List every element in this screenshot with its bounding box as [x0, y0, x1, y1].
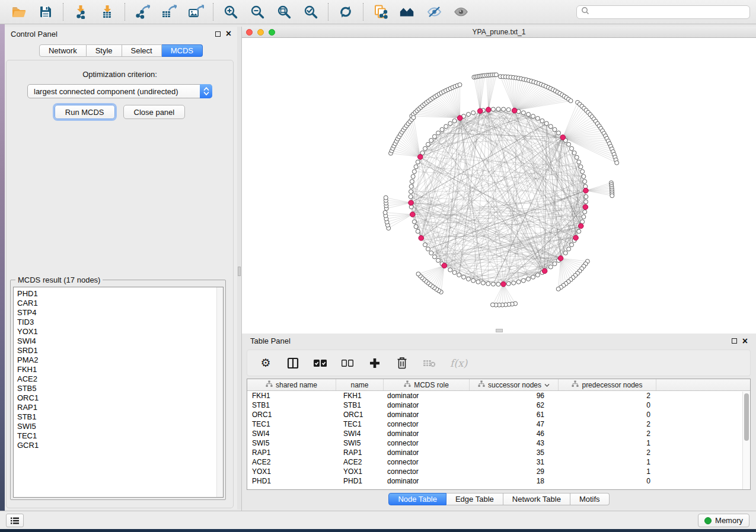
table-settings-gear-icon[interactable]: ⚙: [259, 356, 272, 370]
horizontal-splitter-grip[interactable]: [496, 329, 503, 332]
mcds-result-item[interactable]: SWI5: [17, 422, 223, 431]
memory-button[interactable]: Memory: [698, 514, 749, 527]
column-label: shared name: [276, 381, 317, 389]
mcds-result-item[interactable]: PHD1: [17, 289, 223, 299]
search-box[interactable]: [576, 5, 750, 19]
new-network-from-selection-icon[interactable]: [372, 4, 389, 20]
table-row[interactable]: SWI5SWI5connector431: [247, 438, 750, 448]
cell: 31: [470, 457, 559, 467]
table-row[interactable]: FKH1FKH1dominator962: [247, 391, 750, 400]
mcds-result-item[interactable]: CAR1: [17, 299, 223, 308]
cell: 2: [559, 448, 656, 457]
memory-button-label: Memory: [715, 516, 743, 525]
cell: 2: [559, 419, 656, 429]
network-canvas[interactable]: [242, 39, 756, 334]
import-network-icon[interactable]: [72, 4, 89, 20]
mcds-result-item[interactable]: STB1: [17, 412, 223, 422]
delete-column-icon[interactable]: [395, 356, 409, 370]
open-file-icon[interactable]: [11, 4, 27, 20]
column-header-successor-nodes[interactable]: successor nodes: [470, 379, 559, 390]
first-neighbors-icon[interactable]: [399, 4, 416, 20]
save-icon[interactable]: [37, 4, 54, 20]
cell: ORC1: [336, 410, 384, 419]
table-row[interactable]: ORC1ORC1dominator610: [247, 410, 750, 419]
zoom-out-icon[interactable]: [249, 4, 266, 20]
zoom-in-icon[interactable]: [222, 4, 239, 20]
tab-select[interactable]: Select: [122, 44, 162, 57]
tab-mcds[interactable]: MCDS: [162, 44, 203, 57]
close-table-panel-icon[interactable]: ×: [742, 338, 748, 344]
add-column-icon[interactable]: [368, 356, 381, 370]
close-panel-button[interactable]: Close panel: [123, 105, 186, 119]
tab-network[interactable]: Network: [39, 44, 87, 57]
window-minimize-icon[interactable]: [257, 29, 264, 36]
cell: SWI4: [336, 429, 384, 438]
tab-edge-table[interactable]: Edge Table: [446, 493, 503, 505]
toggle-columns-icon[interactable]: [286, 356, 299, 370]
panel-splitter[interactable]: [237, 27, 241, 509]
mcds-result-item[interactable]: SRD1: [17, 346, 223, 355]
mcds-result-item[interactable]: TEC1: [17, 431, 223, 441]
show-all-icon[interactable]: [452, 4, 469, 20]
tab-style[interactable]: Style: [87, 44, 122, 57]
mcds-result-item[interactable]: STB5: [17, 384, 223, 393]
cell: 61: [470, 410, 559, 419]
column-header-shared-name[interactable]: shared name: [247, 379, 336, 390]
cell: ACE2: [336, 457, 384, 467]
mcds-result-item[interactable]: GCR1: [17, 441, 223, 450]
mcds-result-item[interactable]: ORC1: [17, 393, 223, 403]
network-window-titlebar[interactable]: YPA_prune.txt_1: [242, 27, 756, 38]
tab-network-table[interactable]: Network Table: [503, 493, 570, 505]
mcds-result-item[interactable]: TID3: [17, 318, 223, 327]
table-scrollbar-thumb[interactable]: [744, 393, 749, 441]
optimization-criterion-label: Optimization criterion:: [7, 70, 233, 79]
mcds-result-item[interactable]: STP4: [17, 308, 223, 318]
export-image-icon[interactable]: [187, 4, 204, 20]
tab-motifs[interactable]: Motifs: [570, 493, 610, 505]
cell: 43: [470, 438, 559, 448]
search-input[interactable]: [592, 8, 745, 16]
table-row[interactable]: YOX1YOX1connector291: [247, 467, 750, 476]
optimization-criterion-dropdown[interactable]: largest connected component (undirected): [27, 84, 212, 98]
cell: TEC1: [336, 419, 384, 429]
import-table-icon[interactable]: [99, 4, 116, 20]
mcds-result-list[interactable]: PHD1CAR1STP4TID3YOX1SWI4SRD1PMA2FKH1ACE2…: [13, 287, 224, 498]
table-scrollbar[interactable]: [742, 392, 750, 489]
hide-selected-icon[interactable]: [426, 4, 442, 20]
table-row[interactable]: STB1STB1dominator620: [247, 400, 750, 410]
mcds-result-item[interactable]: PMA2: [17, 355, 223, 365]
export-network-icon[interactable]: [134, 4, 151, 20]
column-header-name[interactable]: name: [336, 379, 384, 390]
mcds-result-item[interactable]: FKH1: [17, 365, 223, 374]
mcds-result-item[interactable]: RAP1: [17, 403, 223, 412]
float-panel-icon[interactable]: [215, 31, 221, 37]
mcds-list-scrollbar[interactable]: [216, 287, 223, 497]
table-row[interactable]: TEC1TEC1connector472: [247, 419, 750, 429]
table-row[interactable]: PHD1PHD1dominator180: [247, 476, 750, 486]
select-all-rows-icon[interactable]: [314, 356, 327, 370]
zoom-selected-icon[interactable]: [302, 4, 319, 20]
mcds-result-item[interactable]: SWI4: [17, 336, 223, 346]
table-row[interactable]: RAP1RAP1dominator352: [247, 448, 750, 457]
cell: ORC1: [247, 410, 336, 419]
mcds-result-item[interactable]: ACE2: [17, 374, 223, 384]
cell: 96: [470, 391, 559, 400]
run-mcds-button[interactable]: Run MCDS: [55, 105, 115, 119]
deselect-all-rows-icon[interactable]: [341, 356, 354, 370]
tab-node-table[interactable]: Node Table: [388, 493, 446, 505]
float-table-panel-icon[interactable]: [732, 338, 737, 344]
column-header-predecessor-nodes[interactable]: predecessor nodes: [559, 379, 656, 390]
table-row[interactable]: SWI4SWI4dominator462: [247, 429, 750, 438]
window-zoom-icon[interactable]: [269, 29, 275, 36]
table-row[interactable]: ACE2ACE2connector311: [247, 457, 750, 467]
zoom-fit-icon[interactable]: [276, 4, 292, 20]
task-history-button[interactable]: [6, 514, 24, 527]
refresh-layout-icon[interactable]: [337, 4, 354, 20]
splitter-grip[interactable]: [238, 267, 241, 276]
export-table-icon[interactable]: [161, 4, 177, 20]
close-panel-icon[interactable]: ×: [226, 31, 231, 37]
window-close-icon[interactable]: [246, 29, 253, 36]
mcds-result-item[interactable]: YOX1: [17, 327, 223, 336]
control-panel: Control Panel × NetworkStyleSelectMCDS O…: [5, 27, 237, 509]
column-header-MCDS-role[interactable]: MCDS role: [384, 379, 470, 390]
